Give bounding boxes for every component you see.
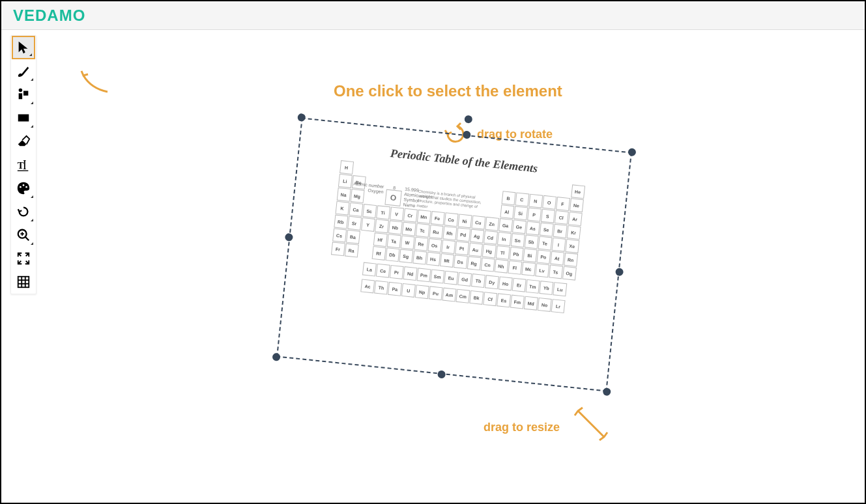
element-cell: Cl [554,210,568,225]
resize-handle-bottom-left[interactable] [272,353,280,361]
element-cell: B [501,191,515,205]
element-cell [462,173,476,188]
element-cell: Tb [471,273,485,288]
resize-handle-mid-right[interactable] [615,268,624,276]
eraser-tool[interactable] [12,130,35,153]
element-cell: Pa [388,282,402,296]
whiteboard-canvas[interactable]: One click to select the element drag to … [40,30,865,503]
element-cell: Te [538,236,552,250]
element-cell: Pu [429,286,443,300]
element-cell: Rg [467,256,481,270]
element-cell [502,177,517,191]
zoom-icon [16,228,31,242]
element-cell: Fe [430,211,444,225]
svg-rect-14 [18,277,29,288]
element-cell: Sg [399,249,413,263]
element-cell: Zn [485,217,499,231]
element-cell: Sm [430,270,444,284]
fit-tool[interactable] [12,247,35,270]
element-cell: Ag [470,229,484,243]
element-cell [358,245,372,259]
element-cell: Rb [334,215,348,229]
element-cell: Po [536,249,551,264]
element-cell: No [538,298,552,312]
element-cell: Cr [403,208,417,223]
element-cell: As [525,221,540,235]
presenter-tool[interactable] [12,83,35,106]
selected-image-periodic-table[interactable]: Periodic Table of the Elements Atomic nu… [285,137,624,372]
resize-handle-bottom-right[interactable] [603,387,611,396]
element-cell [421,169,435,183]
grid-tool[interactable] [12,270,35,294]
brush-tool[interactable] [12,59,35,83]
element-cell: Md [524,296,538,311]
element-cell [530,180,544,195]
element-cell: Fr [330,242,345,256]
element-cell: Pt [455,241,469,255]
element-cell: Hs [426,252,440,266]
element-cell: F [556,197,570,211]
svg-point-9 [25,186,27,188]
svg-point-0 [19,89,23,92]
element-cell: I [551,238,566,252]
element-cell: Ra [344,243,358,257]
palette-tool[interactable] [12,176,35,200]
dropdown-indicator-icon [31,219,33,221]
element-cell [516,179,530,193]
element-cell: Rf [371,246,386,260]
svg-rect-1 [18,115,29,122]
pointer-annotation-arrow-icon [78,69,111,95]
header: VEDAMO [1,1,865,30]
element-cell: Mo [401,222,416,236]
pointer-tool[interactable] [12,36,35,59]
element-cell: Eu [444,271,458,285]
element-cell: Ru [429,225,443,239]
element-cell: Os [427,238,442,253]
palette-icon [16,181,31,195]
element-cell [394,166,408,180]
element-cell: Sc [362,204,377,218]
resize-handle-mid-bottom[interactable] [437,370,446,378]
element-cell: Bk [469,290,484,305]
dropdown-indicator-icon [31,125,33,128]
resize-annotation-arrow-icon [568,401,614,447]
brush-icon [16,64,31,78]
selection-bounding-box: Periodic Table of the Elements Atomic nu… [276,117,632,391]
element-cell: Ba [346,230,360,244]
element-cell: Yb [539,281,553,295]
element-cell: Ga [498,218,513,232]
element-cell: Ni [457,214,472,228]
element-cell: Lv [535,263,549,277]
resize-handle-top-right[interactable] [628,148,636,156]
app-logo: VEDAMO [13,7,85,25]
element-cell: Sb [524,234,538,249]
element-cell: Hf [373,232,387,247]
element-cell: Cu [471,216,485,230]
svg-point-8 [23,184,25,186]
element-cell: Rh [442,226,457,240]
element-cell [407,167,422,182]
element-cell [366,163,381,177]
element-cell: Pb [509,247,523,261]
element-cell: Fl [508,260,522,275]
element-cell [475,175,489,189]
undo-tool[interactable] [12,200,35,223]
zoom-tool[interactable] [12,223,35,247]
element-cell: Tm [526,279,540,294]
element-cell: Mn [416,210,431,224]
undo-icon [16,204,31,219]
element-cell: Cf [483,292,497,306]
element-cell [359,231,373,245]
element-cell: Ir [441,240,455,254]
element-cell: Np [415,285,429,299]
element-cell: W [400,235,414,249]
text-tool[interactable]: T [12,153,35,176]
dropdown-indicator-icon [31,102,33,104]
element-cell: He [571,184,585,199]
element-cell: P [527,207,541,221]
element-cell: V [390,206,404,221]
element-cell: Pd [456,227,470,242]
element-cell: Ds [453,255,467,269]
element-cell: Th [374,281,388,295]
rectangle-tool[interactable] [12,106,35,130]
